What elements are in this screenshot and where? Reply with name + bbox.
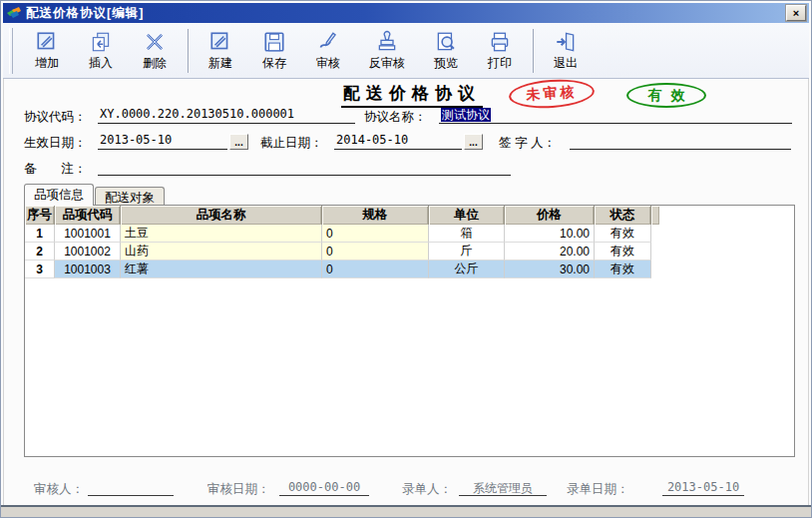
preview-button-label: 预览 — [434, 55, 458, 72]
window-bottom-frame — [1, 505, 811, 517]
add-icon — [35, 30, 59, 54]
signer-field[interactable] — [570, 133, 791, 150]
title-bar: 配送价格协议[编辑] × — [3, 3, 809, 23]
tab-item-info[interactable]: 品项信息 — [24, 184, 94, 206]
delete-button-label: 删除 — [143, 55, 167, 72]
exit-button[interactable]: 退出 — [540, 25, 592, 77]
toolbar-separator — [533, 29, 535, 73]
column-header-status: 状态 — [595, 206, 651, 225]
entry-person-value: 系统管理员 — [459, 480, 547, 496]
cell-status[interactable]: 有效 — [595, 243, 651, 260]
audit-date-label: 审核日期： — [207, 481, 270, 498]
cell-item-name[interactable]: 山药 — [121, 243, 322, 260]
start-date-field[interactable]: 2013-05-10 — [98, 133, 227, 150]
table-row[interactable]: 2 1001002 山药 0 斤 20.00 有效 — [25, 243, 794, 260]
unaudit-button-label: 反审核 — [369, 55, 405, 72]
cell-price[interactable]: 20.00 — [505, 243, 595, 260]
toolbar: 增加 插入 删除 — [3, 23, 809, 79]
agreement-code-label: 协议代码： — [24, 109, 87, 126]
entry-date-label: 录单日期： — [567, 481, 629, 498]
preview-icon — [434, 30, 458, 54]
end-date-field[interactable]: 2014-05-10 — [334, 133, 462, 150]
add-button-label: 增加 — [35, 55, 59, 72]
close-button[interactable]: × — [786, 5, 806, 21]
table-row[interactable]: 1 1001001 土豆 0 箱 10.00 有效 — [25, 225, 794, 243]
column-header-unit: 单位 — [429, 206, 505, 225]
insert-icon — [89, 30, 113, 54]
agreement-name-field[interactable]: 测试协议 — [439, 107, 792, 124]
cell-unit[interactable]: 箱 — [429, 225, 505, 243]
cell-seq[interactable]: 2 — [25, 243, 55, 260]
start-date-label: 生效日期： — [24, 135, 87, 152]
exit-button-label: 退出 — [554, 55, 578, 72]
column-header-price: 价格 — [505, 206, 595, 225]
window-title: 配送价格协议[编辑] — [26, 5, 144, 22]
audit-date-value: 0000-00-00 — [279, 480, 369, 496]
column-header-filler — [651, 206, 659, 225]
preview-button[interactable]: 预览 — [420, 25, 472, 77]
cell-item-name[interactable]: 红薯 — [121, 260, 322, 278]
signer-label: 签 字 人： — [499, 135, 556, 152]
toolbar-gripper[interactable] — [9, 28, 13, 74]
end-date-picker-button[interactable]: ... — [464, 134, 483, 150]
audit-button-label: 审核 — [316, 55, 340, 72]
column-header-item-name: 品项名称 — [121, 206, 322, 225]
start-date-picker-button[interactable]: ... — [229, 134, 248, 150]
add-button[interactable]: 增加 — [21, 25, 73, 77]
cell-price[interactable]: 10.00 — [505, 225, 595, 243]
insert-button-label: 插入 — [89, 55, 113, 72]
end-date-label: 截止日期： — [260, 135, 323, 152]
remark-label: 备 注： — [24, 161, 87, 178]
column-header-item-code: 品项代码 — [55, 206, 121, 225]
app-window: 配送价格协议[编辑] × 增加 插入 — [0, 0, 812, 518]
selected-text: 测试协议 — [441, 108, 491, 122]
cell-status[interactable]: 有效 — [595, 225, 651, 243]
entry-person-label: 录单人： — [402, 481, 452, 498]
tab-strip: 品项信息 配送对象 — [24, 184, 166, 206]
unaudit-button[interactable]: 反审核 — [356, 25, 418, 77]
print-button-label: 打印 — [488, 55, 512, 72]
print-button[interactable]: 打印 — [474, 25, 526, 77]
document-title: 配送价格协议 — [341, 82, 483, 108]
cell-item-code[interactable]: 1001003 — [55, 260, 121, 278]
cell-item-code[interactable]: 1001002 — [55, 243, 121, 260]
tab-delivery-target[interactable]: 配送对象 — [95, 187, 165, 206]
unaudit-icon — [375, 30, 399, 54]
cell-seq[interactable]: 1 — [25, 225, 55, 243]
new-icon — [208, 30, 232, 54]
unaudited-stamp: 未审核 — [508, 77, 596, 111]
save-icon — [262, 30, 286, 54]
remark-field[interactable] — [98, 159, 511, 176]
cell-item-name[interactable]: 土豆 — [121, 225, 322, 243]
save-button[interactable]: 保存 — [248, 25, 300, 77]
column-header-spec: 规格 — [322, 206, 429, 225]
auditor-value — [88, 480, 174, 496]
new-button[interactable]: 新建 — [195, 25, 246, 77]
form-panel: 配送价格协议 未审核 有效 协议代码： XY.0000.220.20130510… — [3, 79, 809, 505]
agreement-code-field[interactable]: XY.0000.220.20130510.000001 — [98, 107, 355, 124]
exit-icon — [554, 30, 578, 54]
auditor-label: 审核人： — [34, 481, 84, 498]
save-button-label: 保存 — [262, 55, 286, 72]
cell-seq[interactable]: 3 — [25, 260, 55, 278]
toolbar-separator — [188, 29, 190, 73]
cell-price[interactable]: 30.00 — [505, 260, 595, 278]
app-logo-icon — [6, 5, 22, 21]
audit-icon — [316, 30, 340, 54]
print-icon — [488, 30, 512, 54]
delete-button[interactable]: 删除 — [129, 25, 181, 77]
cell-item-code[interactable]: 1001001 — [55, 225, 121, 243]
cell-unit[interactable]: 公斤 — [429, 260, 505, 278]
table-row-selected[interactable]: 3 1001003 红薯 0 公斤 30.00 有效 — [25, 260, 794, 278]
entry-date-value: 2013-05-10 — [662, 480, 744, 496]
cell-unit[interactable]: 斤 — [429, 243, 505, 260]
agreement-name-label: 协议名称： — [364, 109, 427, 126]
cell-spec[interactable]: 0 — [322, 243, 429, 260]
cell-spec[interactable]: 0 — [322, 260, 429, 278]
cell-status[interactable]: 有效 — [595, 260, 651, 278]
cell-spec[interactable]: 0 — [322, 225, 429, 243]
insert-button[interactable]: 插入 — [75, 25, 127, 77]
valid-stamp: 有效 — [626, 83, 706, 108]
audit-button[interactable]: 审核 — [302, 25, 354, 77]
delete-icon — [143, 30, 167, 54]
